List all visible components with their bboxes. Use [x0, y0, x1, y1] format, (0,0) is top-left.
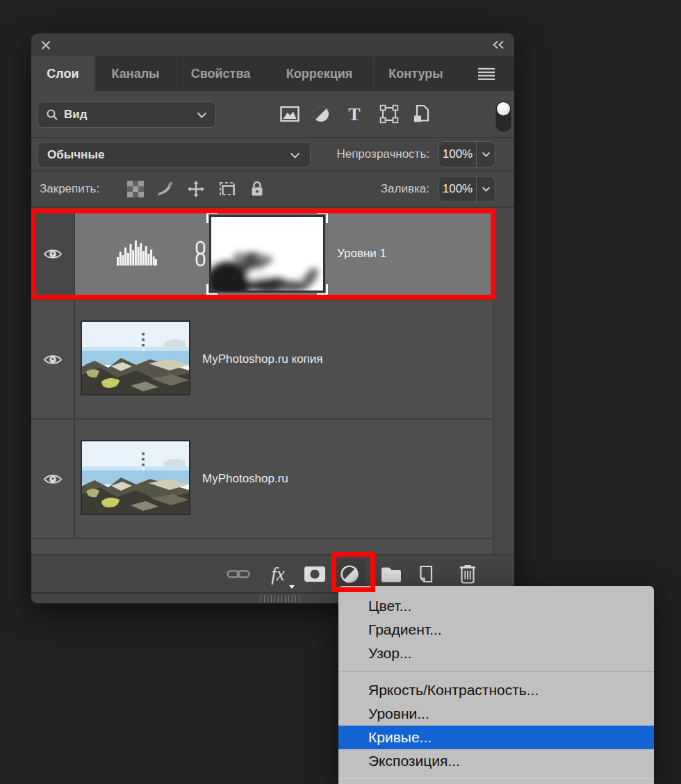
layer-list-gutter — [493, 208, 514, 554]
opacity-field[interactable]: 100% — [438, 141, 495, 168]
menu-item-exposure[interactable]: Экспозиция... — [338, 749, 654, 773]
blend-mode-value: Обычные — [47, 148, 290, 162]
blend-row: Обычные Непрозрачность: 100% — [31, 138, 514, 172]
lock-label: Закрепить: — [40, 182, 99, 196]
tab-label: Коррекция — [286, 67, 353, 81]
filter-kind-dropdown[interactable]: Вид — [37, 101, 216, 128]
search-icon — [46, 108, 58, 121]
visibility-cell[interactable] — [31, 300, 75, 418]
tab-adjustments[interactable]: Коррекция — [265, 56, 373, 91]
eye-icon — [43, 353, 63, 366]
panel-tabs: Слои Каналы Свойства Коррекция Контуры — [31, 56, 514, 91]
toggle-ball — [497, 102, 510, 115]
photo-thumbnail — [82, 441, 189, 514]
new-group-folder-icon[interactable] — [380, 566, 402, 582]
layer-row-levels-1[interactable]: Уровни 1 — [31, 209, 493, 299]
fx-menu-caret — [289, 585, 295, 589]
panel-titlebar — [31, 33, 514, 56]
close-icon[interactable] — [41, 40, 51, 50]
chevron-down-icon[interactable] — [476, 177, 495, 202]
lock-all-icon[interactable] — [250, 181, 265, 198]
chevron-down-icon — [197, 112, 207, 118]
tab-paths[interactable]: Контуры — [373, 56, 458, 91]
opacity-label: Непрозрачность: — [336, 147, 429, 161]
menu-item-levels[interactable]: Уровни... — [338, 702, 654, 726]
panel-resize-grip[interactable] — [261, 595, 300, 603]
tab-label: Слои — [47, 67, 79, 81]
mask-image — [211, 217, 323, 291]
delete-layer-trash-icon[interactable] — [459, 564, 477, 584]
chevron-down-icon — [290, 152, 300, 158]
tab-layers[interactable]: Слои — [31, 56, 95, 91]
opacity-value: 100% — [439, 142, 476, 167]
fill-value: 100% — [439, 177, 476, 202]
row-separator — [31, 538, 493, 539]
menu-item-pattern[interactable]: Узор... — [338, 642, 654, 665]
filter-kind-value: Вид — [64, 108, 191, 122]
new-layer-icon[interactable] — [416, 564, 435, 583]
tab-properties[interactable]: Свойства — [176, 56, 265, 91]
menu-item-curves[interactable]: Кривые... — [338, 726, 654, 749]
link-layers-icon[interactable] — [227, 568, 250, 580]
panel-menu-icon[interactable] — [478, 67, 495, 80]
filter-type-layers-icon[interactable]: T — [347, 106, 362, 123]
mask-selected-bracket — [206, 284, 218, 295]
lock-position-icon[interactable] — [187, 180, 205, 198]
filter-smart-objects-icon[interactable] — [413, 105, 431, 124]
layer-name: MyPhotoshop.ru копия — [202, 352, 323, 366]
layer-row-myphotoshop-copy[interactable]: MyPhotoshop.ru копия — [31, 300, 493, 418]
fill-field[interactable]: 100% — [438, 176, 495, 202]
layer-thumbnail[interactable] — [81, 440, 190, 515]
layer-name: Уровни 1 — [337, 247, 386, 261]
filter-adjustment-layers-icon[interactable] — [313, 106, 330, 123]
tab-channels[interactable]: Каналы — [95, 56, 176, 91]
lock-artboard-icon[interactable] — [218, 181, 237, 198]
mask-selected-bracket — [317, 284, 328, 295]
menu-item-gradient[interactable]: Градиент... — [338, 618, 654, 642]
filter-pixel-layers-icon[interactable] — [280, 106, 300, 122]
eye-icon — [43, 247, 63, 261]
panel-menu-zone — [458, 56, 514, 91]
layer-thumbnail[interactable] — [81, 320, 190, 395]
filter-on-off-toggle[interactable] — [495, 100, 512, 133]
tab-label: Каналы — [112, 67, 160, 81]
layers-panel: Слои Каналы Свойства Коррекция Контуры В… — [31, 33, 514, 603]
filter-shape-layers-icon[interactable] — [380, 105, 399, 124]
mask-selected-bracket — [206, 212, 218, 223]
menu-separator — [338, 778, 654, 779]
visibility-cell[interactable] — [31, 420, 75, 538]
fill-label: Заливка: — [381, 182, 429, 196]
layer-style-fx-button[interactable]: fx — [271, 563, 285, 585]
menu-separator — [338, 671, 654, 672]
add-layer-mask-icon[interactable] — [304, 566, 326, 582]
mask-selected-bracket — [317, 212, 328, 223]
collapse-panel-icon[interactable] — [492, 40, 504, 49]
svg-text:T: T — [348, 106, 360, 123]
new-adjustment-layer-icon[interactable] — [340, 564, 359, 583]
layer-row-myphotoshop[interactable]: MyPhotoshop.ru — [31, 420, 493, 538]
eye-icon — [43, 473, 63, 486]
blend-mode-dropdown[interactable]: Обычные — [37, 142, 311, 168]
filter-row: Вид T — [31, 91, 514, 138]
layer-list: Уровни 1 — [31, 208, 514, 554]
visibility-cell[interactable] — [31, 209, 75, 299]
layer-name: MyPhotoshop.ru — [202, 472, 288, 486]
tab-label: Свойства — [191, 67, 251, 81]
mask-link-chain-icon[interactable] — [193, 240, 208, 267]
menu-item-color[interactable]: Цвет... — [338, 594, 654, 618]
levels-histogram-thumbnail[interactable] — [117, 240, 157, 266]
lock-pixels-brush-icon[interactable] — [156, 180, 174, 198]
lock-row: Закрепить: Заливка: 100% — [31, 172, 514, 208]
adjustment-layer-menu: Цвет... Градиент... Узор... Яркость/Конт… — [338, 586, 654, 784]
layer-mask-thumbnail[interactable] — [209, 215, 325, 293]
chevron-down-icon[interactable] — [476, 142, 495, 167]
tab-label: Контуры — [388, 67, 443, 81]
lock-transparency-icon[interactable] — [127, 181, 144, 197]
menu-item-brightness-contrast[interactable]: Яркость/Контрастность... — [338, 678, 654, 702]
photo-thumbnail — [82, 322, 189, 394]
